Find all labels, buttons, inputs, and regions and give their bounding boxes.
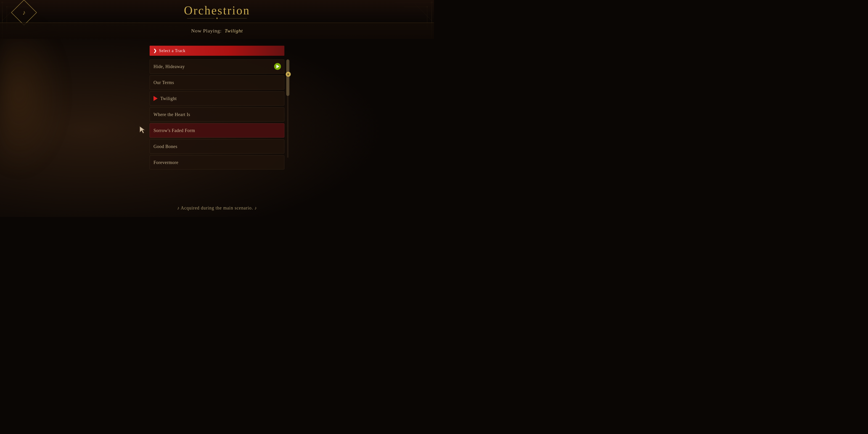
page-title: Orchestrion [184, 4, 250, 17]
now-playing-bar: Now Playing: Twilight [0, 23, 434, 39]
divider-line-right [219, 18, 247, 19]
scrollbar-thumb[interactable] [286, 59, 289, 96]
select-track-chevron-icon: ❯ [153, 48, 157, 53]
now-playing-text: Now Playing: Twilight [191, 28, 243, 34]
divider-line-left [187, 18, 215, 19]
track-name-4: Where the Heart Is [154, 112, 190, 117]
playing-indicator-icon [154, 96, 158, 101]
track-item-2[interactable]: Our Terms [150, 75, 284, 90]
track-name-5: Sorrow's Faded Form [154, 128, 195, 133]
footer-note: ♪ Acquired during the main scenario. ♪ [0, 205, 434, 211]
track-name-7: Forevermore [154, 160, 178, 165]
track-item-1[interactable]: Hide, Hideaway [150, 59, 284, 73]
select-track-label: Select a Track [159, 49, 185, 53]
track-name-3: Twilight [160, 96, 177, 101]
main-content: ❯ Select a Track R Hide, Hideaway Our Te… [0, 39, 434, 171]
track-item-4[interactable]: Where the Heart Is [150, 107, 284, 122]
track-list-container: R Hide, Hideaway Our Terms Twilight Wher… [150, 59, 284, 171]
title-block: Orchestrion [184, 4, 250, 19]
now-playing-track: Twilight [224, 28, 243, 34]
track-item-3[interactable]: Twilight [150, 91, 284, 105]
track-item-7[interactable]: Forevermore [150, 155, 284, 169]
track-item-5[interactable]: Sorrow's Faded Form [150, 123, 284, 137]
track-name-1: Hide, Hideaway [154, 64, 185, 69]
header: Orchestrion [0, 0, 434, 23]
cursor-pointer-icon [138, 126, 148, 135]
divider-diamond [216, 18, 218, 19]
now-playing-label: Now Playing: [191, 28, 222, 34]
track-name-2: Our Terms [154, 80, 174, 85]
title-divider [184, 18, 250, 19]
scrollbar-button[interactable]: R [286, 72, 291, 77]
play-button-green[interactable] [274, 63, 281, 70]
select-track-header[interactable]: ❯ Select a Track [150, 46, 284, 56]
emblem [14, 2, 34, 23]
track-item-6[interactable]: Good Bones [150, 140, 284, 154]
track-name-6: Good Bones [154, 144, 177, 149]
emblem-diamond [11, 0, 37, 26]
